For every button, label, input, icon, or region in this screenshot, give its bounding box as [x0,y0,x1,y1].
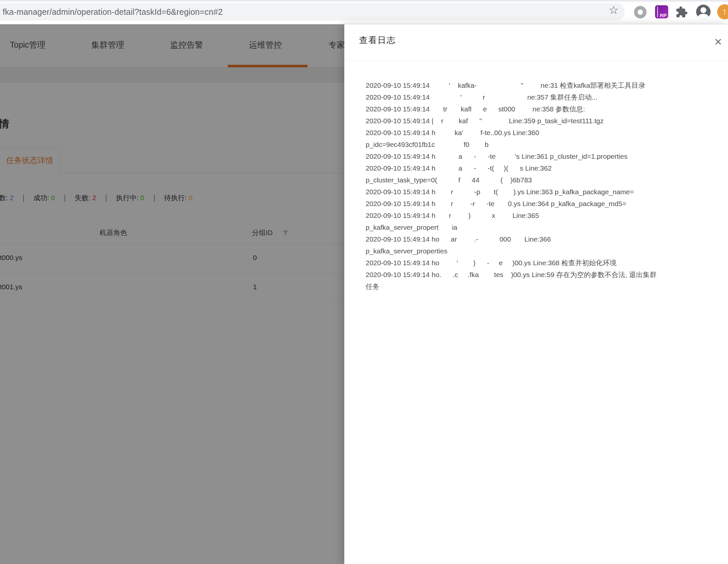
tab-strip [0,0,728,2]
browser-update-icon[interactable]: ↑ [717,4,728,19]
log-line: 任务 [366,281,720,293]
view-log-drawer: 查看日志 ✕ 2020-09-10 15:49:14 ' kafka- '' n… [344,24,728,564]
log-line: 2020-09-10 15:49:14 h r ) x Line:365 [366,210,720,221]
log-line: p_kafka_server_properties [366,245,720,257]
profile-avatar-icon[interactable] [696,5,711,19]
log-line: 2020-09-10 15:49:14 tr kafl e st000 ne:3… [366,103,720,115]
log-line: p_idc=9ec493cf01fb1c f0 b [366,139,720,150]
url-text[interactable]: fka-manager/admin/operation-detail?taskI… [3,7,223,17]
log-line: 2020-09-10 15:49:14 h r -p t( ).ys Line:… [366,186,720,198]
drawer-title: 查看日志 [359,34,396,46]
log-line: 2020-09-10 15:49:14 ' r ne:357 集群任务启动... [366,91,720,103]
extensions-puzzle-icon[interactable] [675,6,688,18]
close-icon[interactable]: ✕ [712,36,725,49]
log-line: 2020-09-10 15:49:14 ho ' ) - e )00.ys Li… [366,257,720,269]
log-content: 2020-09-10 15:49:14 ' kafka- '' ne:31 检查… [366,79,720,293]
log-line: 2020-09-10 15:49:14 h a - -t( )( s Line:… [366,162,720,174]
log-line: 2020-09-10 15:49:14 h ka' f-te..00.ys Li… [366,127,720,139]
extension-circle-icon[interactable] [634,6,647,18]
rp-extension-icon[interactable]: RP [655,5,668,18]
url-bar[interactable]: fka-manager/admin/operation-detail?taskI… [0,3,625,20]
log-line: 2020-09-10 15:49:14 | r kaf '' Line:359 … [366,115,720,127]
browser-toolbar: fka-manager/admin/operation-detail?taskI… [0,0,728,24]
log-line: p_cluster_task_type=0( f 44 ( )6b783 [366,174,720,186]
drawer-header: 查看日志 ✕ [344,24,728,61]
log-line: p_kafka_server_propert ia [366,221,720,233]
log-line: 2020-09-10 15:49:14 h r -r -te 0.ys Line… [366,198,720,210]
log-line: 2020-09-10 15:49:14 ho ar .- 000 Line:36… [366,233,720,245]
log-line: 2020-09-10 15:49:14 h a - -te 's Line:36… [366,150,720,162]
bookmark-star-icon[interactable]: ☆ [606,3,621,17]
log-line: 2020-09-10 15:49:14 ' kafka- '' ne:31 检查… [366,79,720,91]
log-line: 2020-09-10 15:49:14 ho. .c .fka tes )00.… [366,269,720,281]
